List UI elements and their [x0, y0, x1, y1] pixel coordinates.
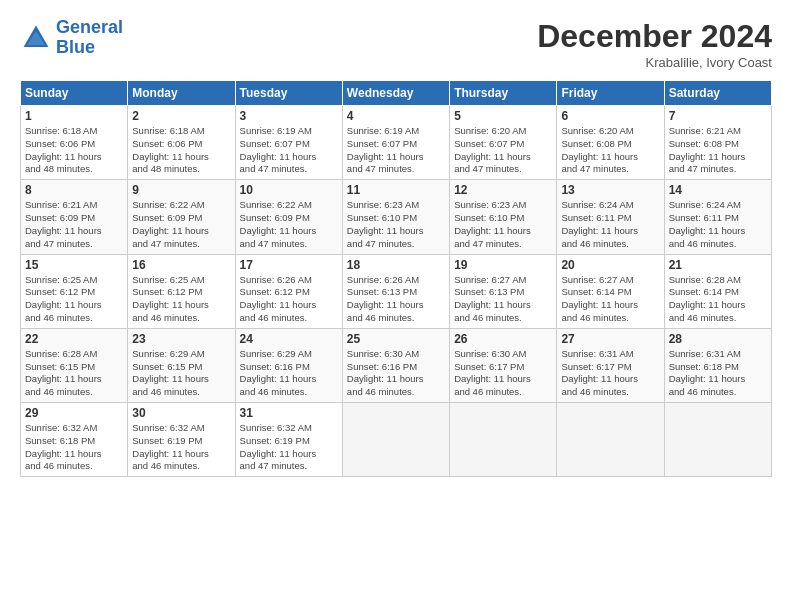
- cell-info: Sunrise: 6:30 AM Sunset: 6:17 PM Dayligh…: [454, 348, 552, 399]
- col-friday: Friday: [557, 81, 664, 106]
- calendar-cell: 14Sunrise: 6:24 AM Sunset: 6:11 PM Dayli…: [664, 180, 771, 254]
- day-number: 29: [25, 406, 123, 420]
- calendar-cell: 30Sunrise: 6:32 AM Sunset: 6:19 PM Dayli…: [128, 403, 235, 477]
- calendar-row: 1Sunrise: 6:18 AM Sunset: 6:06 PM Daylig…: [21, 106, 772, 180]
- cell-info: Sunrise: 6:31 AM Sunset: 6:18 PM Dayligh…: [669, 348, 767, 399]
- day-number: 22: [25, 332, 123, 346]
- day-number: 15: [25, 258, 123, 272]
- cell-info: Sunrise: 6:25 AM Sunset: 6:12 PM Dayligh…: [132, 274, 230, 325]
- logo-general: General: [56, 17, 123, 37]
- calendar-cell: 9Sunrise: 6:22 AM Sunset: 6:09 PM Daylig…: [128, 180, 235, 254]
- col-tuesday: Tuesday: [235, 81, 342, 106]
- day-number: 16: [132, 258, 230, 272]
- calendar-row: 15Sunrise: 6:25 AM Sunset: 6:12 PM Dayli…: [21, 254, 772, 328]
- day-number: 26: [454, 332, 552, 346]
- cell-info: Sunrise: 6:26 AM Sunset: 6:13 PM Dayligh…: [347, 274, 445, 325]
- day-number: 24: [240, 332, 338, 346]
- day-number: 3: [240, 109, 338, 123]
- calendar-table: Sunday Monday Tuesday Wednesday Thursday…: [20, 80, 772, 477]
- cell-info: Sunrise: 6:18 AM Sunset: 6:06 PM Dayligh…: [132, 125, 230, 176]
- day-number: 5: [454, 109, 552, 123]
- col-wednesday: Wednesday: [342, 81, 449, 106]
- header-row: Sunday Monday Tuesday Wednesday Thursday…: [21, 81, 772, 106]
- cell-info: Sunrise: 6:19 AM Sunset: 6:07 PM Dayligh…: [240, 125, 338, 176]
- cell-info: Sunrise: 6:18 AM Sunset: 6:06 PM Dayligh…: [25, 125, 123, 176]
- calendar-cell: 7Sunrise: 6:21 AM Sunset: 6:08 PM Daylig…: [664, 106, 771, 180]
- calendar-cell: 23Sunrise: 6:29 AM Sunset: 6:15 PM Dayli…: [128, 328, 235, 402]
- calendar-cell: [342, 403, 449, 477]
- cell-info: Sunrise: 6:28 AM Sunset: 6:14 PM Dayligh…: [669, 274, 767, 325]
- page: General Blue December 2024 Krabalilie, I…: [0, 0, 792, 612]
- day-number: 21: [669, 258, 767, 272]
- cell-info: Sunrise: 6:30 AM Sunset: 6:16 PM Dayligh…: [347, 348, 445, 399]
- cell-info: Sunrise: 6:19 AM Sunset: 6:07 PM Dayligh…: [347, 125, 445, 176]
- calendar-cell: 17Sunrise: 6:26 AM Sunset: 6:12 PM Dayli…: [235, 254, 342, 328]
- day-number: 17: [240, 258, 338, 272]
- day-number: 10: [240, 183, 338, 197]
- cell-info: Sunrise: 6:27 AM Sunset: 6:14 PM Dayligh…: [561, 274, 659, 325]
- calendar-cell: 5Sunrise: 6:20 AM Sunset: 6:07 PM Daylig…: [450, 106, 557, 180]
- calendar-cell: 18Sunrise: 6:26 AM Sunset: 6:13 PM Dayli…: [342, 254, 449, 328]
- calendar-cell: 24Sunrise: 6:29 AM Sunset: 6:16 PM Dayli…: [235, 328, 342, 402]
- calendar-cell: 22Sunrise: 6:28 AM Sunset: 6:15 PM Dayli…: [21, 328, 128, 402]
- cell-info: Sunrise: 6:21 AM Sunset: 6:08 PM Dayligh…: [669, 125, 767, 176]
- cell-info: Sunrise: 6:32 AM Sunset: 6:19 PM Dayligh…: [132, 422, 230, 473]
- day-number: 13: [561, 183, 659, 197]
- calendar-cell: 1Sunrise: 6:18 AM Sunset: 6:06 PM Daylig…: [21, 106, 128, 180]
- cell-info: Sunrise: 6:22 AM Sunset: 6:09 PM Dayligh…: [132, 199, 230, 250]
- day-number: 23: [132, 332, 230, 346]
- logo-icon: [20, 22, 52, 54]
- calendar-cell: 2Sunrise: 6:18 AM Sunset: 6:06 PM Daylig…: [128, 106, 235, 180]
- day-number: 11: [347, 183, 445, 197]
- col-saturday: Saturday: [664, 81, 771, 106]
- col-monday: Monday: [128, 81, 235, 106]
- day-number: 20: [561, 258, 659, 272]
- calendar-cell: 20Sunrise: 6:27 AM Sunset: 6:14 PM Dayli…: [557, 254, 664, 328]
- calendar-cell: 4Sunrise: 6:19 AM Sunset: 6:07 PM Daylig…: [342, 106, 449, 180]
- calendar-cell: 15Sunrise: 6:25 AM Sunset: 6:12 PM Dayli…: [21, 254, 128, 328]
- day-number: 7: [669, 109, 767, 123]
- calendar-cell: 26Sunrise: 6:30 AM Sunset: 6:17 PM Dayli…: [450, 328, 557, 402]
- cell-info: Sunrise: 6:28 AM Sunset: 6:15 PM Dayligh…: [25, 348, 123, 399]
- day-number: 28: [669, 332, 767, 346]
- calendar-cell: 29Sunrise: 6:32 AM Sunset: 6:18 PM Dayli…: [21, 403, 128, 477]
- calendar-cell: 3Sunrise: 6:19 AM Sunset: 6:07 PM Daylig…: [235, 106, 342, 180]
- cell-info: Sunrise: 6:20 AM Sunset: 6:08 PM Dayligh…: [561, 125, 659, 176]
- cell-info: Sunrise: 6:23 AM Sunset: 6:10 PM Dayligh…: [454, 199, 552, 250]
- day-number: 19: [454, 258, 552, 272]
- calendar-cell: [664, 403, 771, 477]
- day-number: 2: [132, 109, 230, 123]
- day-number: 9: [132, 183, 230, 197]
- day-number: 27: [561, 332, 659, 346]
- calendar-cell: 6Sunrise: 6:20 AM Sunset: 6:08 PM Daylig…: [557, 106, 664, 180]
- calendar-cell: 10Sunrise: 6:22 AM Sunset: 6:09 PM Dayli…: [235, 180, 342, 254]
- cell-info: Sunrise: 6:24 AM Sunset: 6:11 PM Dayligh…: [561, 199, 659, 250]
- day-number: 18: [347, 258, 445, 272]
- cell-info: Sunrise: 6:26 AM Sunset: 6:12 PM Dayligh…: [240, 274, 338, 325]
- calendar-row: 8Sunrise: 6:21 AM Sunset: 6:09 PM Daylig…: [21, 180, 772, 254]
- calendar-cell: 12Sunrise: 6:23 AM Sunset: 6:10 PM Dayli…: [450, 180, 557, 254]
- col-sunday: Sunday: [21, 81, 128, 106]
- cell-info: Sunrise: 6:22 AM Sunset: 6:09 PM Dayligh…: [240, 199, 338, 250]
- calendar-cell: 11Sunrise: 6:23 AM Sunset: 6:10 PM Dayli…: [342, 180, 449, 254]
- day-number: 6: [561, 109, 659, 123]
- day-number: 1: [25, 109, 123, 123]
- cell-info: Sunrise: 6:20 AM Sunset: 6:07 PM Dayligh…: [454, 125, 552, 176]
- cell-info: Sunrise: 6:29 AM Sunset: 6:16 PM Dayligh…: [240, 348, 338, 399]
- logo-blue: Blue: [56, 37, 95, 57]
- calendar-cell: 31Sunrise: 6:32 AM Sunset: 6:19 PM Dayli…: [235, 403, 342, 477]
- calendar-cell: 16Sunrise: 6:25 AM Sunset: 6:12 PM Dayli…: [128, 254, 235, 328]
- cell-info: Sunrise: 6:32 AM Sunset: 6:18 PM Dayligh…: [25, 422, 123, 473]
- day-number: 8: [25, 183, 123, 197]
- col-thursday: Thursday: [450, 81, 557, 106]
- cell-info: Sunrise: 6:27 AM Sunset: 6:13 PM Dayligh…: [454, 274, 552, 325]
- calendar-cell: [557, 403, 664, 477]
- cell-info: Sunrise: 6:32 AM Sunset: 6:19 PM Dayligh…: [240, 422, 338, 473]
- logo: General Blue: [20, 18, 123, 58]
- day-number: 31: [240, 406, 338, 420]
- calendar-cell: 8Sunrise: 6:21 AM Sunset: 6:09 PM Daylig…: [21, 180, 128, 254]
- calendar-cell: 13Sunrise: 6:24 AM Sunset: 6:11 PM Dayli…: [557, 180, 664, 254]
- day-number: 25: [347, 332, 445, 346]
- month-year: December 2024: [537, 18, 772, 55]
- calendar-cell: 25Sunrise: 6:30 AM Sunset: 6:16 PM Dayli…: [342, 328, 449, 402]
